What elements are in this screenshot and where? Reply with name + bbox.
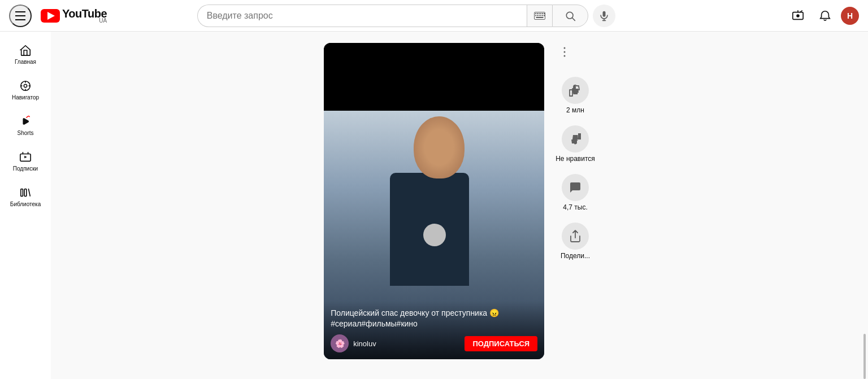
- header-right: H: [787, 5, 859, 27]
- search-button[interactable]: [552, 5, 588, 27]
- svg-rect-13: [536, 17, 543, 18]
- shorts-icon: [19, 115, 32, 128]
- sidebar-item-subscriptions[interactable]: Подписки: [0, 143, 51, 177]
- subscriptions-icon: [19, 151, 32, 163]
- sidebar-item-home-label: Главная: [15, 59, 36, 65]
- shorts-title: Полицейский спас девочку от преступника …: [331, 308, 537, 330]
- comment-icon: [568, 181, 582, 194]
- shorts-author: 🌸 kinoluv ПОДПИСАТЬСЯ: [331, 334, 537, 352]
- share-icon: [568, 229, 582, 243]
- svg-point-20: [796, 14, 800, 18]
- dislike-button[interactable]: Не нравится: [555, 125, 595, 163]
- search-bar: [197, 5, 588, 27]
- subscribe-button[interactable]: ПОДПИСАТЬСЯ: [465, 336, 537, 351]
- dislike-label: Не нравится: [555, 155, 595, 163]
- svg-rect-4: [540, 13, 541, 14]
- share-button[interactable]: Подели...: [561, 223, 590, 260]
- sidebar-item-library-label: Библиотека: [10, 201, 41, 207]
- more-options-button[interactable]: [558, 45, 571, 59]
- svg-rect-6: [544, 13, 545, 14]
- hamburger-button[interactable]: [9, 5, 32, 27]
- header-center: [197, 5, 615, 27]
- svg-rect-8: [537, 15, 538, 16]
- svg-rect-12: [544, 15, 545, 16]
- svg-rect-31: [21, 189, 23, 197]
- svg-rect-3: [539, 13, 540, 14]
- share-label: Подели...: [561, 252, 590, 260]
- like-count: 2 млн: [566, 106, 584, 114]
- keyboard-button[interactable]: [527, 5, 552, 27]
- svg-rect-10: [540, 15, 541, 16]
- main-content: Полицейский спас девочку от преступника …: [51, 32, 868, 379]
- channel-avatar[interactable]: 🌸: [331, 334, 349, 352]
- avatar[interactable]: H: [841, 7, 859, 25]
- content-area: Полицейский спас девочку от преступника …: [324, 43, 595, 368]
- search-icon: [565, 10, 576, 21]
- scroll-indicator: [863, 334, 866, 379]
- svg-rect-2: [537, 13, 538, 14]
- header: YouTube UA: [0, 0, 868, 32]
- svg-rect-1: [535, 13, 536, 14]
- logo-country: UA: [99, 18, 107, 24]
- comments-icon-container: [562, 174, 589, 201]
- sidebar-item-explore[interactable]: Навигатор: [0, 72, 51, 106]
- svg-point-34: [564, 51, 566, 53]
- like-button[interactable]: 2 млн: [562, 77, 589, 114]
- thumbs-up-icon: [568, 84, 582, 97]
- svg-rect-16: [602, 11, 605, 16]
- bell-icon: [819, 10, 831, 22]
- compass-icon: [19, 80, 32, 92]
- sidebar-item-shorts[interactable]: Shorts: [0, 107, 51, 142]
- keyboard-icon: [534, 12, 545, 20]
- svg-point-35: [564, 55, 566, 57]
- svg-rect-9: [539, 15, 540, 16]
- header-left: YouTube UA: [9, 5, 107, 27]
- comments-button[interactable]: 4,7 тыс.: [562, 174, 589, 211]
- svg-rect-32: [24, 189, 27, 197]
- thumbs-down-icon: [568, 132, 582, 146]
- create-button[interactable]: [787, 5, 809, 27]
- sidebar-item-subscriptions-label: Подписки: [13, 165, 38, 172]
- shorts-video-player[interactable]: Полицейский спас девочку от преступника …: [324, 43, 544, 359]
- side-actions: 2 млн Не нравится 4,7: [555, 43, 595, 260]
- svg-rect-7: [535, 15, 536, 16]
- svg-point-23: [24, 84, 27, 88]
- hamburger-icon: [15, 11, 25, 20]
- sidebar-item-explore-label: Навигатор: [12, 94, 39, 101]
- create-icon: [792, 10, 804, 22]
- library-icon: [19, 186, 32, 199]
- sidebar-item-home[interactable]: Главная: [0, 36, 51, 71]
- comments-count: 4,7 тыс.: [563, 203, 587, 211]
- search-input[interactable]: [197, 5, 527, 27]
- share-icon-container: [562, 223, 589, 250]
- svg-rect-11: [542, 15, 543, 16]
- home-icon: [19, 44, 32, 56]
- shorts-player-container: Полицейский спас девочку от преступника …: [324, 43, 544, 359]
- svg-line-15: [572, 18, 575, 20]
- notifications-button[interactable]: [814, 5, 836, 27]
- youtube-logo-icon: [41, 9, 60, 23]
- badge: [423, 224, 446, 246]
- shorts-black-area: [324, 43, 544, 111]
- like-icon-container: [562, 77, 589, 104]
- person-head: [414, 116, 465, 178]
- sidebar-item-library[interactable]: Библиотека: [0, 178, 51, 213]
- mic-button[interactable]: [593, 5, 615, 27]
- logo[interactable]: YouTube UA: [41, 8, 107, 24]
- shorts-overlay: Полицейский спас девочку от преступника …: [324, 301, 544, 359]
- mic-icon: [598, 10, 610, 21]
- sidebar: Главная Навигатор Shorts: [0, 32, 51, 379]
- sidebar-item-shorts-label: Shorts: [18, 130, 34, 136]
- channel-name[interactable]: kinoluv: [353, 339, 376, 348]
- svg-point-33: [564, 47, 566, 49]
- dislike-icon-container: [562, 125, 589, 153]
- svg-rect-5: [542, 13, 543, 14]
